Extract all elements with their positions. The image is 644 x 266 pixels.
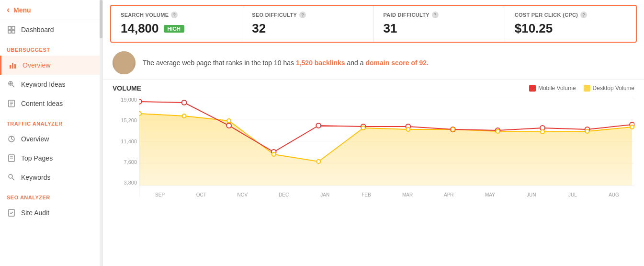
mobile-volume-color bbox=[529, 85, 536, 92]
traffic-analyzer-section-label: TRAFFIC ANALYZER bbox=[0, 113, 102, 129]
mobile-volume-label: Mobile Volume bbox=[538, 85, 576, 92]
svg-line-8 bbox=[12, 85, 15, 88]
cpc-help-icon[interactable]: ? bbox=[580, 12, 587, 18]
mobile-dot-1 bbox=[182, 100, 187, 105]
stat-seo-difficulty-label: SEO DIFFICULTY ? bbox=[252, 12, 363, 18]
x-label-jul: JUL bbox=[552, 192, 593, 197]
seo-analyzer-section-label: SEO ANALYZER bbox=[0, 187, 102, 203]
x-label-dec: DEC bbox=[263, 192, 305, 197]
stat-search-volume: SEARCH VOLUME ? 14,800 HIGH bbox=[111, 6, 242, 42]
site-audit-icon bbox=[7, 208, 16, 218]
avatar bbox=[113, 51, 136, 74]
x-label-jan: JAN bbox=[305, 192, 346, 197]
desktop-dot-1 bbox=[182, 114, 186, 118]
svg-rect-3 bbox=[12, 30, 15, 33]
chart-bar-icon bbox=[8, 60, 18, 70]
desktop-dot-10 bbox=[586, 129, 589, 133]
desktop-dot-8 bbox=[496, 129, 499, 133]
sidebar-item-keyword-ideas[interactable]: Keyword Ideas bbox=[0, 75, 102, 94]
mobile-dot-0 bbox=[139, 99, 142, 104]
mobile-dot-2 bbox=[226, 123, 231, 128]
desktop-dot-4 bbox=[316, 160, 320, 163]
x-label-sep: SEP bbox=[139, 192, 181, 197]
sidebar-item-top-pages[interactable]: Top Pages bbox=[0, 149, 102, 168]
desktop-dot-11 bbox=[630, 125, 634, 129]
info-text-before: The average web page that ranks in the t… bbox=[143, 59, 296, 67]
desktop-area bbox=[139, 114, 632, 185]
menu-label: Menu bbox=[13, 6, 31, 14]
y-label-3800: 3,800 bbox=[124, 180, 137, 185]
stat-search-volume-value: 14,800 HIGH bbox=[121, 21, 232, 36]
svg-rect-5 bbox=[12, 63, 13, 69]
info-text: The average web page that ranks in the t… bbox=[143, 58, 429, 68]
chart-section: VOLUME Mobile Volume Desktop Volume 19,0… bbox=[103, 80, 644, 266]
sidebar: ‹ Menu Dashboard UBERSUGGEST Overview bbox=[0, 0, 103, 266]
x-label-mar: MAR bbox=[387, 192, 428, 197]
x-label-nov: NOV bbox=[222, 192, 263, 197]
desktop-dot-7 bbox=[451, 127, 455, 131]
seo-difficulty-help-icon[interactable]: ? bbox=[299, 12, 306, 18]
x-label-feb: FEB bbox=[346, 192, 387, 197]
stat-paid-difficulty: PAID DIFFICULTY ? 31 bbox=[374, 6, 505, 42]
info-text-middle: and a bbox=[345, 59, 366, 67]
svg-rect-6 bbox=[14, 64, 16, 69]
svg-point-19 bbox=[9, 174, 12, 178]
y-label-15200: 15,200 bbox=[121, 117, 137, 123]
desktop-dot-9 bbox=[541, 130, 544, 134]
mobile-volume-legend: Mobile Volume bbox=[529, 85, 576, 92]
stat-paid-difficulty-value: 31 bbox=[384, 21, 495, 36]
stat-seo-difficulty-value: 32 bbox=[252, 21, 363, 36]
stat-cpc-label: COST PER CLICK (CPC) ? bbox=[515, 12, 626, 18]
sidebar-item-top-pages-label: Top Pages bbox=[21, 154, 53, 162]
sidebar-item-keywords[interactable]: Keywords bbox=[0, 168, 102, 187]
sidebar-item-keywords-label: Keywords bbox=[21, 173, 50, 181]
desktop-dot-3 bbox=[272, 152, 276, 156]
high-badge: HIGH bbox=[164, 25, 185, 33]
x-label-aug: AUG bbox=[593, 192, 634, 197]
top-pages-icon bbox=[7, 153, 16, 163]
keywords-icon bbox=[7, 173, 16, 182]
backlinks-highlight: 1,520 backlinks bbox=[296, 59, 345, 67]
svg-rect-0 bbox=[8, 26, 11, 29]
ubersuggest-section-label: UBERSUGGEST bbox=[0, 39, 102, 56]
x-axis-labels: SEP OCT NOV DEC JAN FEB MAR APR MAY JUN … bbox=[139, 192, 634, 197]
keyword-icon bbox=[7, 80, 16, 89]
sidebar-item-overview-label: Overview bbox=[23, 61, 50, 69]
domain-score-highlight: domain score of 92. bbox=[365, 59, 428, 67]
paid-difficulty-help-icon[interactable]: ? bbox=[432, 12, 439, 18]
sidebar-item-content-ideas[interactable]: Content Ideas bbox=[0, 94, 102, 113]
desktop-volume-color bbox=[584, 85, 590, 92]
stat-paid-difficulty-label: PAID DIFFICULTY ? bbox=[384, 12, 495, 18]
x-label-apr: APR bbox=[428, 192, 469, 197]
stat-cpc-value: $10.25 bbox=[515, 21, 626, 36]
svg-rect-2 bbox=[8, 30, 11, 33]
sidebar-item-site-audit[interactable]: Site Audit bbox=[0, 203, 102, 222]
chart-legend: Mobile Volume Desktop Volume bbox=[529, 85, 634, 92]
svg-rect-4 bbox=[10, 65, 11, 69]
sidebar-item-traffic-overview-label: Overview bbox=[21, 135, 49, 143]
svg-line-20 bbox=[12, 178, 15, 181]
sidebar-item-traffic-overview[interactable]: Overview bbox=[0, 129, 102, 149]
info-banner: The average web page that ranks in the t… bbox=[103, 46, 644, 80]
y-label-7600: 7,600 bbox=[124, 159, 137, 165]
chart-header: VOLUME Mobile Volume Desktop Volume bbox=[113, 84, 634, 92]
chart-svg bbox=[139, 97, 634, 185]
x-label-jun: JUN bbox=[511, 192, 552, 197]
sidebar-item-overview[interactable]: Overview bbox=[0, 56, 102, 75]
x-label-oct: OCT bbox=[181, 192, 222, 197]
sidebar-item-dashboard[interactable]: Dashboard bbox=[0, 20, 102, 39]
back-arrow-icon: ‹ bbox=[7, 5, 10, 15]
x-label-may: MAY bbox=[469, 192, 510, 197]
stat-seo-difficulty: SEO DIFFICULTY ? 32 bbox=[242, 6, 373, 42]
desktop-dot-5 bbox=[362, 126, 365, 130]
search-volume-help-icon[interactable]: ? bbox=[171, 12, 178, 18]
desktop-dot-6 bbox=[406, 127, 410, 131]
sidebar-item-site-audit-label: Site Audit bbox=[21, 209, 49, 217]
sidebar-item-content-ideas-label: Content Ideas bbox=[21, 100, 63, 107]
menu-button[interactable]: ‹ Menu bbox=[0, 0, 102, 20]
sidebar-item-dashboard-label: Dashboard bbox=[21, 26, 54, 34]
content-icon bbox=[7, 99, 16, 108]
mobile-dot-4 bbox=[316, 123, 321, 128]
grid-icon bbox=[7, 25, 16, 35]
y-label-19000: 19,000 bbox=[121, 97, 137, 103]
